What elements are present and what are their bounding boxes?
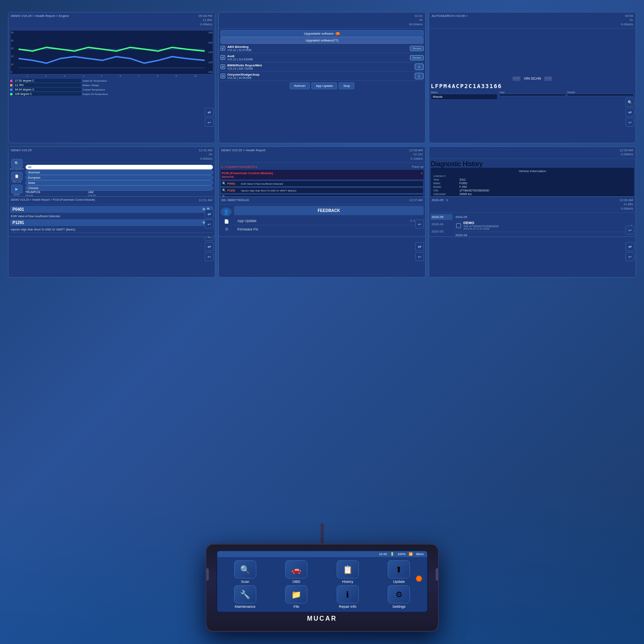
checkbox-3[interactable]: ✓ (220, 64, 225, 69)
filter-european[interactable]: European (25, 175, 213, 180)
month-2023-03[interactable]: 2023-03 (430, 228, 453, 235)
panel1-time: 06:38 PM (199, 14, 212, 18)
pack-up-btn[interactable]: Pack up (412, 165, 424, 169)
item-version-1: V10.10 | 32.974MB (227, 49, 410, 51)
side-btn-right[interactable] (436, 568, 438, 580)
vin-scan-text: VIN SCAN (524, 76, 541, 80)
side-btn-left[interactable] (206, 568, 209, 580)
panel2-content: Upgradable software 7 Upgraded software(… (219, 29, 425, 143)
month-2023-05[interactable]: 2023-05 (430, 214, 453, 220)
panel3-back-btn[interactable]: ↩ (625, 118, 634, 127)
tab-upgradable[interactable]: Upgradable software 7 (220, 30, 424, 37)
panel8-back-btn[interactable]: ↩ (415, 220, 424, 228)
panel3-search-btn[interactable]: 🔍 (625, 98, 634, 107)
obd-icon-box: 📋 (11, 172, 23, 181)
item-info-3: BMW/Rolls Royce/Mini V10.13 | 926.702MB (227, 64, 415, 70)
label-vin: VIN: (433, 189, 459, 192)
make-value: Mazda (431, 94, 498, 100)
dl-btn-1[interactable]: ± (415, 64, 424, 70)
panel6-header: 12:39 AM 0.00kb/s (429, 147, 636, 159)
panel-feedback: SN: 988977900140 12:37 AM 👤 📄 ⚙ FEEDBACK… (218, 196, 426, 237)
pcm-chevron[interactable]: › (421, 171, 422, 175)
sensor-row-2: 11.76V Battery Voltage (10, 83, 213, 87)
panel3-datarate: 0.00kb/s (621, 23, 633, 27)
pcm-status: Abnormal (222, 175, 422, 178)
filter-american[interactable]: American (25, 170, 213, 175)
menu-item-appupdate[interactable]: App Update V 1.2.7 (234, 217, 424, 225)
checkbox-2[interactable]: ✓ (220, 55, 225, 60)
record-checkbox-1[interactable] (456, 223, 461, 228)
vin-field-model: Model (567, 91, 634, 100)
screens-grid-bottom: DEMO V15.25 > Health Report > PCM (Power… (8, 196, 636, 281)
app-update-btn[interactable]: App Update (311, 82, 337, 89)
filter-tabs: All American European Asian Chinese (25, 165, 213, 191)
device-app-update[interactable]: ⬆ Update ! (374, 560, 424, 584)
panel3-share-btn[interactable]: ⇄ (625, 108, 634, 117)
brand-trumpchi: TRUMPCHI V10.06 (25, 191, 88, 197)
sensor-value-2: 11.76V (14, 83, 81, 87)
left-icon-demo[interactable]: ▶ DEMO (10, 185, 24, 196)
filter-chinese[interactable]: Chinese (25, 185, 213, 191)
panel1-sensors: 27.52 degree C Intake Air Temperature 11… (10, 79, 213, 96)
checkbox-1[interactable]: ✓ (220, 46, 225, 51)
refresh-btn[interactable]: Refresh (290, 82, 310, 89)
update-app-label: Update (393, 580, 405, 584)
update-item-2: ✓ Audi V10.12 | 214.000MB Renew (220, 53, 424, 62)
device-container: 10:40 🔋 100% 📶 8kb/s 🔍 Scan 🚗 OBD 📋 (206, 523, 439, 632)
sensor-label-3: Coolant Temperature (82, 88, 213, 91)
document-icon: 📄 (220, 219, 232, 224)
sensor-label-2: Battery Voltage (82, 84, 213, 86)
left-icon-autosearch[interactable]: 🔍 AUTOSEARCH (10, 159, 24, 170)
tab-upgraded[interactable]: Upgraded software(77) (220, 37, 424, 44)
renew-btn-1[interactable]: Renew (410, 46, 424, 51)
menu-item-firmware[interactable]: Firmware Fix (234, 225, 424, 233)
sensor-value-3: 94.04 degree C (14, 88, 81, 91)
brand-uaz: UAZ V10.00 (88, 191, 150, 197)
sensor-dot-1 (10, 80, 12, 82)
update-notification: ! (416, 576, 422, 582)
dtc-code-2: P1291 (227, 189, 239, 192)
panel5-datarate: 0.10kb/s (409, 157, 423, 161)
checkbox-4[interactable]: ✓ (220, 74, 225, 78)
panel-update: 01:01 0v 36.00kb/s Upgradable software 7… (218, 12, 426, 143)
panel1-btn-back[interactable]: ↩ (205, 118, 214, 127)
panel2-datarate: 36.00kb/s (409, 23, 423, 27)
sensor-row-1: 27.52 degree C Intake Air Temperature (10, 79, 213, 82)
item-version-3: V10.13 | 926.702MB (227, 67, 415, 70)
panel7-share-btn[interactable]: ⇄ (205, 210, 214, 218)
vin-display: LFPM4ACP2C1A33166 (431, 83, 634, 89)
panel1-y-labels-left: 30 25 20 15 10 5 (10, 31, 19, 74)
panel6-time-info: 12:39 AM 0.00kb/s (619, 148, 633, 157)
stop-btn[interactable]: Stop (339, 82, 354, 89)
panel9-time: 12:39 AM (619, 198, 633, 202)
left-icon-obd[interactable]: 📋 OBD & IM (10, 172, 24, 183)
model-label: Model (567, 91, 634, 94)
autosearch-icon-box: 🔍 (11, 159, 23, 168)
renew-btn-2[interactable]: Renew (410, 55, 424, 60)
demo-icon-box: ▶ (11, 185, 23, 193)
value-odometer: 35565 km (459, 193, 472, 195)
month-list: 2023-05 2023-04 2023-03 (430, 214, 453, 237)
panel1-time-info: 06:38 PM 11.88v 0.00kb/s (199, 14, 212, 27)
value-make: FORD (459, 182, 467, 185)
label-odometer: Odometer: (433, 193, 459, 195)
dtc-p1291-code: P1291 (12, 220, 24, 225)
panel6-voltage: 0.00kb/s (619, 152, 633, 156)
dtc-p0401-code: P0401 (12, 207, 24, 212)
panel5-count: ⚠ 17system found3DTCs (220, 165, 257, 169)
filter-asian[interactable]: Asian (25, 180, 213, 185)
panel1-voltage: 11.88v (199, 18, 212, 22)
month-2023-04[interactable]: 2023-04 (430, 221, 453, 227)
dtc-p0401-desc: EGR Valve A Flow Insufficient Detected (10, 214, 213, 219)
feedback-button[interactable]: FEEDBACK (234, 206, 424, 215)
panel7-back-btn[interactable]: ↩ (205, 220, 214, 228)
sensor-label-1: Intake Air Temperature (82, 80, 213, 82)
obd-icon-label: OBD & IM (12, 181, 21, 183)
dl-btn-2[interactable]: ± (415, 73, 424, 79)
record-1[interactable]: DEMO VIN 1FT8W3DT9CEB00000 2023-05-04 12… (454, 219, 634, 232)
filter-all[interactable]: All (25, 165, 213, 170)
info-vin: VIN: 1FT8W3DT9CEB00000 (433, 189, 632, 192)
panel5-time-info: 12:38 AM 12.12v 0.10kb/s (409, 148, 423, 161)
panel9-back-btn[interactable]: ↩ (625, 226, 634, 235)
panel1-btn-share[interactable]: ⇄ (205, 108, 214, 117)
